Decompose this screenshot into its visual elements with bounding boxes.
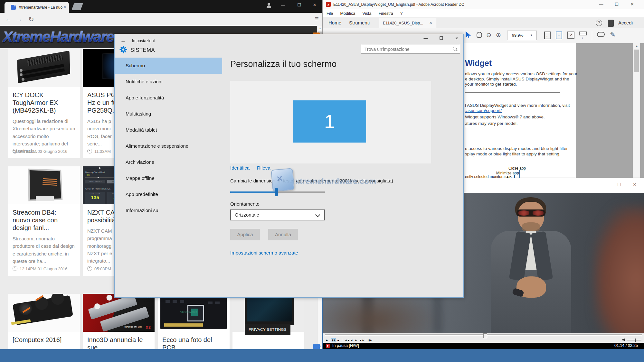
tab-home[interactable]: Home [328,20,341,25]
player-maximize-button[interactable]: ☐ [614,181,625,188]
browser-tab[interactable]: Xtremehardware - La nuo × [5,2,69,13]
step-back-button[interactable]: ◄ [350,339,353,342]
fullscreen-icon[interactable]: ↗ [567,32,574,39]
acrobat-close-button[interactable]: ✕ [627,1,638,8]
menu-modifica[interactable]: Modifica [340,9,355,18]
pdf-scrollbar-thumb[interactable] [634,50,639,72]
pdf-scrollbar[interactable]: ▲ [633,43,640,181]
step-forward-button[interactable]: ► [355,339,357,342]
help-circle-icon[interactable]: ? [596,20,602,26]
settings-close-button[interactable]: ✕ [451,35,462,42]
acrobat-minimize-button[interactable]: — [596,1,607,8]
sidebar-item-app-predefinite[interactable]: App predefinite [115,186,222,202]
tab-close-icon[interactable]: × [64,5,66,9]
browser-menu-icon[interactable]: ≡ [315,15,319,23]
cancel-button[interactable]: Annulla [268,229,298,240]
browser-minimize-button[interactable]: — [278,2,289,9]
zoom-in-icon[interactable]: ⊕ [496,31,501,39]
settings-search-input[interactable] [364,45,449,53]
select-tool-icon[interactable] [466,31,471,38]
orientation-select[interactable]: Orizzontale [230,209,325,220]
zoom-level-box[interactable]: 99,9% ▾ [507,31,537,40]
browser-maximize-button[interactable]: ☐ [294,2,305,9]
skip-forward-button[interactable]: ►► [359,339,365,342]
article-card[interactable]: GEFORCE GTX 1080 X4 GEFORCE GTX 1080 X3 … [83,294,155,349]
site-logo[interactable]: XtremeHardware [3,28,114,45]
sidebar-item-archiviazione[interactable]: Archiviazione [115,154,222,170]
menu-vista[interactable]: Vista [363,9,372,18]
article-card[interactable]: ICY DOCK ToughArmor EX (MB492SKL-B) Ques… [8,49,80,158]
scale-slider-fill [230,191,277,193]
skip-back-button[interactable]: ◄◄ [345,339,350,342]
page-scroll-icon[interactable] [579,32,587,35]
menu-file[interactable]: File [327,9,333,18]
play-button[interactable]: ▶ [326,339,328,342]
tab-document[interactable]: E11420_ASUS_Disp... ✕ [379,18,436,28]
scroll-up-icon[interactable]: ▲ [319,27,321,30]
player-minimize-button[interactable]: — [598,181,609,188]
nzxt-offset-label: Memory Clock Offset [85,171,105,173]
seek-thumb[interactable] [483,333,487,338]
article-card[interactable] [232,294,304,349]
tab-document-close-icon[interactable]: ✕ [429,21,432,25]
identify-link[interactable]: Identifica [230,165,250,171]
sidebar-item-schermo[interactable]: Schermo [115,58,222,74]
zoom-out-icon[interactable]: ⊖ [486,31,491,39]
browser-profile-icon[interactable] [266,3,272,8]
frame-step-button[interactable]: ▮► [368,339,372,342]
article-card[interactable]: Streacom DB4: nuovo case con design fanl… [8,166,80,276]
volume-icon[interactable] [622,339,625,341]
apply-button[interactable]: Applica [230,229,260,240]
back-icon[interactable]: ← [5,16,11,23]
pause-button[interactable]: ▮▮ [331,338,336,342]
pdf-scroll-up-icon[interactable]: ▲ [635,44,638,48]
article-card[interactable]: [Computex 2016] [8,294,80,349]
sidebar-item-notifiche[interactable]: Notifiche e azioni [115,74,222,90]
comment-icon[interactable] [597,32,605,37]
article-card[interactable]: VIDEOCARDZ Ecco una foto del PCB [158,294,230,349]
volume-slider[interactable] [627,340,641,340]
browser-close-button[interactable]: ✕ [309,2,320,9]
fit-page-icon[interactable]: + [556,32,562,39]
settings-maximize-button[interactable]: ☐ [436,35,447,42]
sidebar-item-mappe-offline[interactable]: Mappe offline [115,170,222,186]
advanced-display-link[interactable]: Impostazioni schermo avanzate [230,250,298,255]
hand-tool-icon[interactable] [477,32,482,38]
article-title[interactable]: Inno3D annuncia le sue [87,336,150,349]
tab-strumenti[interactable]: Strumenti [349,20,370,25]
article-title[interactable]: ICY DOCK ToughArmor EX (MB492SKL-B) [13,91,75,114]
forward-icon[interactable]: → [16,16,22,23]
menu-help[interactable]: ? [400,9,402,18]
stop-button[interactable]: ■ [337,339,339,342]
zoom-dropdown-icon[interactable]: ▾ [531,33,532,37]
pdf-link[interactable]: .asus.com/support/ [465,108,502,113]
player-close-button[interactable]: ✕ [629,181,640,188]
settings-search-box[interactable] [361,44,460,54]
sidebar-item-modalita-tablet[interactable]: Modalità tablet [115,122,222,138]
menu-finestra[interactable]: Finestra [379,9,393,18]
sidebar-item-alimentazione[interactable]: Alimentazione e sospensione [115,138,222,154]
browser-titlebar: — ☐ ✕ Xtremehardware - La nuo × [0,0,322,13]
search-icon-handle [456,49,457,51]
highlight-pen-icon[interactable]: ✎ [610,31,616,39]
sidebar-item-app-funzionalita[interactable]: App e funzionalità [115,90,222,106]
article-title[interactable]: Streacom DB4: nuovo case con design fanl… [13,209,75,232]
sidebar-item-informazioni[interactable]: Informazioni su [115,202,222,218]
signin-link[interactable]: Accedi [618,20,633,25]
monitor-preview[interactable]: 1 [293,100,366,143]
privacy-settings-button[interactable]: PRIVACY SETTINGS [245,324,290,335]
settings-minimize-button[interactable]: — [420,35,431,42]
new-tab-button[interactable] [71,3,83,10]
mobile-device-icon[interactable] [608,20,614,27]
scale-slider-thumb[interactable] [275,188,278,196]
sidebar-item-multitasking[interactable]: Multitasking [115,106,222,122]
detect-link[interactable]: Rileva [257,165,270,171]
volume-thumb[interactable] [635,339,636,342]
scroll-top-widget[interactable] [313,344,320,349]
article-title[interactable]: [Computex 2016] [13,336,75,344]
settings-back-icon[interactable]: ← [120,37,126,44]
article-title[interactable]: Ecco una foto del PCB [162,336,225,349]
reload-icon[interactable]: ↻ [28,15,34,23]
fit-width-icon[interactable]: ↔ [544,32,551,39]
acrobat-maximize-button[interactable]: ☐ [611,1,622,8]
